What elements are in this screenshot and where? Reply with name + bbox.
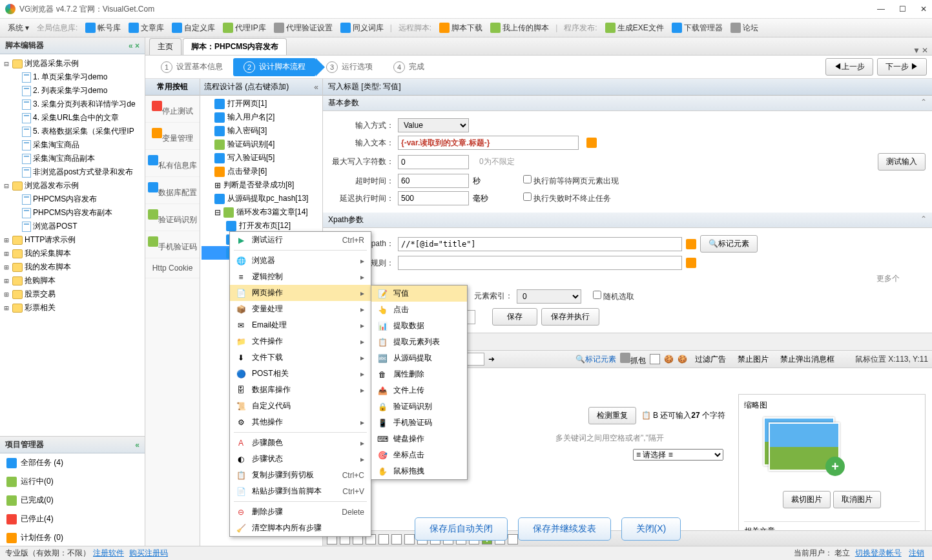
sub-click[interactable]: 👆点击 (371, 302, 467, 318)
tree-item[interactable]: 4. 采集URL集合中的文章 (1, 111, 143, 125)
menu-custom[interactable]: 自定义库 (169, 21, 218, 35)
sub-attr-del[interactable]: 🗑属性删除 (371, 366, 467, 382)
prev-button[interactable]: ◀上一步 (825, 58, 873, 76)
collapse-icon[interactable]: « (314, 83, 318, 92)
tool-stop[interactable]: 停止测试 (145, 96, 200, 123)
proj-scheduled[interactable]: 计划任务 (0) (0, 528, 145, 547)
collapse-icon[interactable]: « × (129, 41, 140, 50)
tool-captcha[interactable]: 验证码识别 (145, 204, 200, 231)
ctx-delete[interactable]: ⊖删除步骤Delete (230, 504, 371, 520)
proj-done[interactable]: 已完成(0) (0, 491, 145, 510)
cb-random[interactable] (593, 291, 601, 299)
cb-nofail[interactable] (523, 192, 532, 201)
prop-section-xpath[interactable]: Xpath参数⌃ (323, 213, 932, 228)
no-images[interactable]: 禁止图片 (734, 353, 772, 366)
cookie-icon[interactable]: 🍪 (678, 355, 687, 364)
tool-var[interactable]: 变量管理 (145, 123, 200, 150)
tree-item[interactable]: 3. 采集分页列表和详情学习de (1, 98, 143, 111)
check-dup-button[interactable]: 检测重复 (588, 407, 636, 424)
select-idx[interactable]: 0 (517, 289, 581, 304)
maximize-button[interactable]: ☐ (899, 5, 906, 14)
next-button[interactable]: 下一步 ▶ (877, 58, 927, 76)
input-xpath[interactable] (398, 237, 682, 251)
sub-coord-click[interactable]: 🎯坐标点击 (371, 447, 467, 463)
flow-node[interactable]: 输入密码[3] (202, 124, 321, 138)
flow-node[interactable]: 打开网页[1] (202, 97, 321, 110)
sub-keyboard[interactable]: ⌨键盘操作 (371, 431, 467, 447)
ctx-post[interactable]: 🔵POST相关▸ (230, 366, 371, 382)
save-button[interactable]: 保存 (492, 308, 537, 326)
collapse-icon[interactable]: « (135, 441, 140, 450)
close-button[interactable]: ✕ (920, 5, 927, 14)
tree-folder[interactable]: ⊞我的采集脚本 (1, 247, 143, 260)
select-inputmode[interactable]: Value (398, 118, 469, 132)
tool-cookie[interactable]: Http Cookie (145, 258, 200, 278)
no-popup[interactable]: 禁止弹出消息框 (776, 353, 838, 366)
tab-dropdown-icon[interactable]: ▼ (913, 46, 920, 55)
menu-my-uploads[interactable]: 我上传的脚本 (488, 21, 552, 35)
tree-item[interactable]: 1. 单页采集学习demo (1, 70, 143, 84)
tree-folder[interactable]: ⊞HTTP请求示例 (1, 233, 143, 247)
ctx-email[interactable]: ✉Email处理▸ (230, 317, 371, 333)
tree-item[interactable]: 非浏览器post方式登录和发布 (1, 165, 143, 179)
tree-item[interactable]: 5. 表格数据采集（采集代理IP (1, 125, 143, 138)
ctx-code[interactable]: 📜自定义代码 (230, 398, 371, 414)
sub-upload[interactable]: 📤文件上传 (371, 382, 467, 399)
ctx-var[interactable]: 📦变量处理▸ (230, 301, 371, 317)
edit-icon[interactable] (586, 138, 597, 148)
tool-sms[interactable]: 手机验证码 (145, 231, 200, 258)
menu-gen-exe[interactable]: 生成EXE文件 (603, 21, 667, 35)
save-run-button[interactable]: 保存并执行 (541, 308, 599, 326)
ctx-copy[interactable]: 📋复制步骤到剪切板Ctrl+C (230, 467, 371, 483)
tree-item[interactable]: PHPCMS内容发布副本 (1, 206, 143, 220)
ctx-color[interactable]: A步骤颜色▸ (230, 435, 371, 451)
proj-running[interactable]: 运行中(0) (0, 472, 145, 491)
ctx-download[interactable]: ⬇文件下载▸ (230, 349, 371, 366)
input-maxchar[interactable] (398, 155, 469, 169)
go-icon[interactable]: ➜ (488, 355, 495, 364)
sub-extract-list[interactable]: 📋提取元素列表 (371, 334, 467, 350)
edit-icon[interactable] (686, 258, 696, 268)
more-link[interactable]: 更多个 (876, 273, 900, 284)
input-xpath2[interactable] (398, 256, 682, 270)
menu-system[interactable]: 系统 ▾ (5, 21, 32, 35)
menu-proxyauth[interactable]: 代理验证设置 (271, 21, 335, 35)
tree-item[interactable]: 采集淘宝商品副本 (1, 152, 143, 165)
ctx-browser[interactable]: 🌐浏览器▸ (230, 253, 371, 269)
ctx-other[interactable]: ⚙其他操作▸ (230, 414, 371, 430)
prop-section-basic[interactable]: 基本参数⌃ (323, 96, 932, 111)
tree-folder[interactable]: ⊞彩票相关 (1, 301, 143, 315)
flow-node[interactable]: 从源码提取pc_hash[13] (202, 192, 321, 205)
sub-write[interactable]: 📝写值 (371, 285, 467, 302)
sub-source[interactable]: 🔤从源码提取 (371, 350, 467, 366)
ctx-page-ops[interactable]: 📄网页操作▸ 📝写值 👆点击 📊提取数据 📋提取元素列表 🔤从源码提取 🗑属性删… (230, 285, 371, 301)
cb2-label[interactable]: 执行失败时不终止任务 (523, 192, 611, 204)
ctx-test-run[interactable]: ▶测试运行Ctrl+R (230, 232, 371, 248)
cb-rand-label[interactable]: 随机选取 (593, 291, 634, 302)
minimize-button[interactable]: — (877, 5, 885, 14)
tab-close-icon[interactable]: ✕ (922, 46, 928, 55)
tool-icon[interactable] (404, 534, 415, 544)
cb-wait[interactable] (523, 175, 532, 183)
mark-element-button[interactable]: 🔍标记元素 (700, 235, 758, 253)
register-link[interactable]: 注册软件 (93, 548, 124, 559)
tree-item[interactable]: 2. 列表采集学习demo (1, 84, 143, 98)
step-3[interactable]: 3运行选项 (316, 58, 383, 76)
cancel-img-button[interactable]: 取消图片 (833, 491, 881, 508)
logout-link[interactable]: 注销 (909, 548, 924, 557)
save-close-button[interactable]: 保存后自动关闭 (415, 517, 508, 541)
tree-folder[interactable]: ⊟浏览器发布示例 (1, 179, 143, 192)
tree-item[interactable]: 采集淘宝商品 (1, 138, 143, 152)
select-please[interactable]: ≡ 请选择 ≡ (633, 449, 723, 461)
flow-node[interactable]: ⊟循环发布3篇文章[14] (202, 205, 321, 219)
flow-node[interactable]: 写入验证码[5] (202, 151, 321, 165)
crop-button[interactable]: 裁切图片 (783, 491, 831, 508)
add-icon[interactable]: + (825, 457, 845, 476)
sub-sms[interactable]: 📱手机验证码 (371, 415, 467, 431)
menu-proxy[interactable]: 代理IP库 (220, 21, 268, 35)
ctx-status[interactable]: ◐步骤状态▸ (230, 451, 371, 467)
menu-articles[interactable]: 文章库 (126, 21, 167, 35)
tool-icon[interactable] (391, 534, 402, 544)
thumb-image[interactable]: + (769, 422, 840, 471)
flow-node[interactable]: 验证码识别[4] (202, 138, 321, 151)
